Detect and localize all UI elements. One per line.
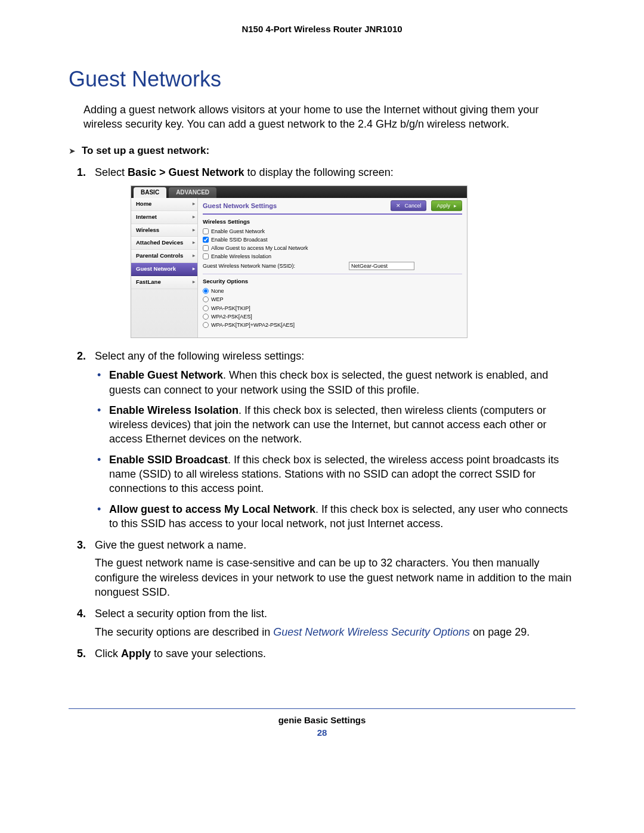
footer-divider	[69, 708, 575, 709]
procedure-heading-text: To set up a guest network:	[82, 145, 209, 157]
checkbox-label: Allow Guest to access My Local Network	[211, 244, 308, 252]
apply-button-label: Apply	[436, 202, 450, 209]
ssid-input[interactable]	[349, 262, 414, 270]
bullet-enable-ssid-broadcast: Enable SSID Broadcast. If this check box…	[95, 453, 575, 496]
link-guest-network-security-options[interactable]: Guest Network Wireless Security Options	[273, 626, 470, 638]
sidebar-item-label: FastLane	[136, 278, 161, 286]
cancel-button-label: Cancel	[404, 202, 421, 209]
chevron-right-icon: ▸	[193, 279, 195, 286]
step-2: 2. Select any of the following wireless …	[94, 349, 575, 531]
tab-basic[interactable]: BASIC	[134, 187, 166, 198]
radio-label: WPA-PSK[TKIP]+WPA2-PSK[AES]	[211, 321, 295, 329]
sidebar-item-wireless[interactable]: Wireless▸	[131, 224, 197, 237]
security-option-wep[interactable]: WEP	[203, 295, 462, 304]
radio-input[interactable]	[203, 314, 209, 320]
bullet-bold: Enable SSID Broadcast	[109, 454, 228, 466]
sidebar-item-label: Attached Devices	[136, 239, 183, 247]
step-3-number: 3.	[77, 538, 86, 552]
allow-local-access-checkbox[interactable]: Allow Guest to access My Local Network	[203, 244, 462, 252]
step-5-bold: Apply	[121, 648, 151, 659]
checkbox-input[interactable]	[203, 228, 209, 234]
bullet-enable-guest-network: Enable Guest Network. When this check bo…	[95, 368, 575, 397]
sidebar-item-label: Wireless	[136, 227, 159, 234]
step-3: 3. Give the guest network a name. The gu…	[94, 538, 575, 599]
chevron-right-icon: ▸	[193, 253, 195, 259]
step-4-number: 4.	[77, 606, 86, 621]
checkbox-input[interactable]	[203, 245, 209, 251]
step-5-number: 5.	[77, 646, 86, 661]
bullet-bold: Enable Guest Network	[109, 369, 223, 381]
security-option-wpa-mixed[interactable]: WPA-PSK[TKIP]+WPA2-PSK[AES]	[203, 321, 462, 329]
radio-label: WEP	[211, 296, 224, 303]
step-5: 5. Click Apply to save your selections.	[94, 646, 575, 661]
step-2-number: 2.	[77, 349, 86, 363]
sidebar-item-parental-controls[interactable]: Parental Controls▸	[131, 250, 197, 263]
step-1: 1. Select Basic > Guest Network to displ…	[94, 165, 575, 338]
bullet-bold: Enable Wireless Isolation	[109, 404, 239, 416]
apply-button[interactable]: Apply▸	[431, 200, 462, 211]
footer-page-number: 28	[0, 727, 644, 738]
step-1-text-pre: Select	[95, 166, 128, 178]
chevron-right-icon: ▸	[193, 240, 195, 246]
intro-paragraph: Adding a guest network allows visitors a…	[83, 103, 575, 132]
radio-label: WPA-PSK[TKIP]	[211, 305, 250, 312]
radio-label: None	[211, 287, 224, 295]
step-3-line1: Give the guest network a name.	[95, 539, 246, 551]
radio-label: WPA2-PSK[AES]	[211, 313, 252, 320]
step-1-text-post: to display the following screen:	[244, 166, 394, 178]
security-option-wpa-tkip[interactable]: WPA-PSK[TKIP]	[203, 304, 462, 312]
radio-input[interactable]	[203, 305, 209, 311]
checkbox-input[interactable]	[203, 237, 209, 243]
chevron-right-icon: ▸	[193, 227, 195, 234]
sidebar-item-label: Parental Controls	[136, 252, 183, 260]
step-4-line2-pre: The security options are described in	[95, 626, 273, 638]
step-4: 4. Select a security option from the lis…	[94, 606, 575, 639]
chevron-right-icon: ▸	[454, 202, 457, 209]
chevron-right-icon: ▸	[193, 214, 195, 221]
checkbox-label: Enable Wireless Isolation	[211, 253, 271, 260]
ssid-field-row: Guest Wireless Network Name (SSID):	[203, 262, 462, 270]
sidebar-item-label: Home	[136, 200, 151, 208]
tab-advanced[interactable]: ADVANCED	[169, 187, 216, 198]
security-option-wpa2-aes[interactable]: WPA2-PSK[AES]	[203, 312, 462, 321]
procedure-heading: ➤ To set up a guest network:	[69, 145, 575, 157]
enable-wireless-isolation-checkbox[interactable]: Enable Wireless Isolation	[203, 252, 462, 261]
router-sidebar: Home▸ Internet▸ Wireless▸ Attached Devic…	[131, 198, 198, 337]
enable-guest-network-checkbox[interactable]: Enable Guest Network	[203, 227, 462, 236]
step-4-line1: Select a security option from the list.	[95, 608, 267, 620]
sidebar-item-guest-network[interactable]: Guest Network▸	[131, 263, 197, 276]
wireless-settings-heading: Wireless Settings	[203, 218, 462, 226]
page-title: Guest Networks	[69, 67, 575, 92]
security-options-heading: Security Options	[203, 278, 462, 286]
sidebar-item-home[interactable]: Home▸	[131, 198, 197, 211]
checkbox-input[interactable]	[203, 253, 209, 259]
router-ui-screenshot: BASIC ADVANCED Home▸ Internet▸ Wireless▸…	[131, 185, 467, 338]
close-icon: ✕	[396, 202, 401, 209]
security-option-none[interactable]: None	[203, 287, 462, 295]
sidebar-item-internet[interactable]: Internet▸	[131, 211, 197, 224]
sidebar-item-attached-devices[interactable]: Attached Devices▸	[131, 237, 197, 250]
sidebar-item-label: Internet	[136, 213, 157, 221]
step-1-bold: Basic > Guest Network	[128, 166, 244, 178]
radio-input[interactable]	[203, 322, 209, 328]
checkbox-label: Enable SSID Broadcast	[211, 236, 268, 243]
sidebar-item-fastlane[interactable]: FastLane▸	[131, 276, 197, 289]
bullet-allow-local-access: Allow guest to access My Local Network. …	[95, 502, 575, 531]
step-2-text: Select any of the following wireless set…	[95, 350, 304, 362]
cancel-button[interactable]: ✕Cancel	[391, 200, 426, 211]
step-5-pre: Click	[95, 648, 121, 659]
chevron-right-icon: ▸	[193, 266, 195, 272]
footer-section-name: genie Basic Settings	[0, 715, 644, 725]
sidebar-item-label: Guest Network	[136, 265, 176, 273]
ssid-field-label: Guest Wireless Network Name (SSID):	[203, 262, 295, 270]
chevron-right-icon: ▸	[193, 201, 195, 208]
radio-input[interactable]	[203, 288, 209, 294]
checkbox-label: Enable Guest Network	[211, 228, 265, 235]
router-tab-bar: BASIC ADVANCED	[131, 186, 467, 198]
radio-input[interactable]	[203, 296, 209, 302]
step-4-line2: The security options are described in Gu…	[95, 625, 575, 639]
doc-header-title: N150 4-Port Wireless Router JNR1010	[0, 24, 644, 34]
step-1-number: 1.	[77, 165, 86, 179]
pane-title: Guest Network Settings	[203, 202, 277, 210]
enable-ssid-broadcast-checkbox[interactable]: Enable SSID Broadcast	[203, 236, 462, 244]
